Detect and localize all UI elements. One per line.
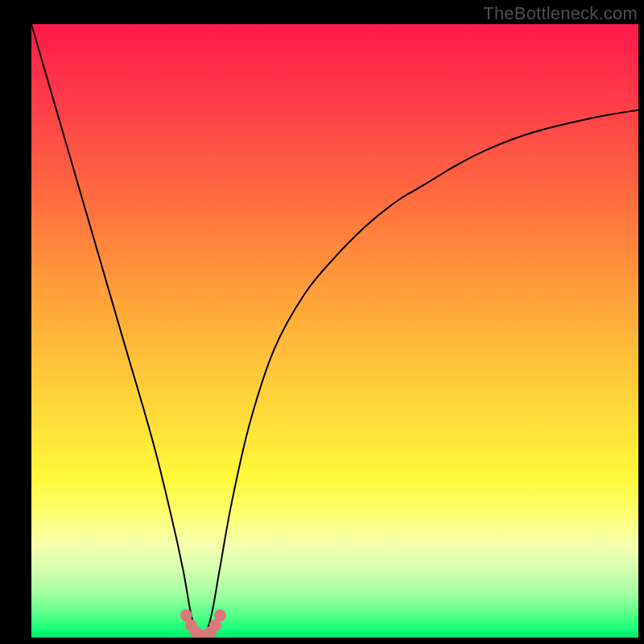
bottom-marker-dot (214, 609, 226, 621)
curve-layer (31, 24, 638, 638)
bottleneck-curve (31, 24, 638, 638)
plot-area (31, 24, 638, 638)
chart-frame: TheBottleneck.com (0, 0, 644, 644)
attribution-label: TheBottleneck.com (483, 3, 638, 24)
